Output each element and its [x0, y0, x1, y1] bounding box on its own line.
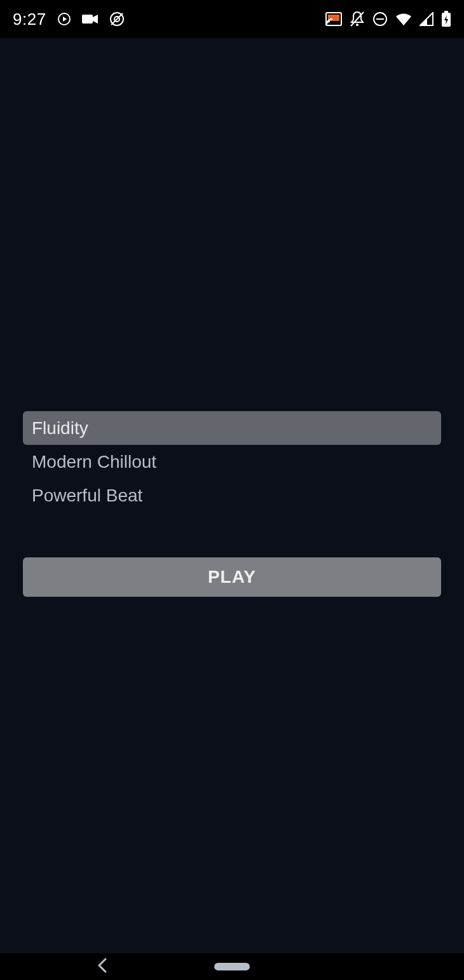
signal-icon: [420, 12, 433, 26]
cast-icon: [325, 12, 342, 26]
battery-charging-icon: [441, 11, 451, 27]
notifications-off-icon: [350, 11, 365, 27]
no-location-icon: [109, 11, 125, 27]
navigation-bar: [0, 953, 464, 980]
track-item[interactable]: Powerful Beat: [23, 479, 441, 512]
app-surface: Fluidity Modern Chillout Powerful Beat P…: [0, 38, 464, 953]
track-item[interactable]: Modern Chillout: [23, 445, 441, 479]
svg-line-4: [111, 13, 123, 25]
svg-rect-12: [444, 11, 448, 13]
track-label: Modern Chillout: [32, 452, 156, 472]
svg-rect-1: [82, 15, 93, 24]
svg-point-7: [356, 24, 358, 26]
play-circle-icon: [57, 11, 72, 27]
do-not-disturb-icon: [372, 11, 388, 27]
play-button[interactable]: PLAY: [23, 557, 441, 597]
track-label: Powerful Beat: [32, 486, 142, 506]
status-bar: 9:27: [0, 0, 464, 38]
track-label: Fluidity: [32, 418, 88, 439]
back-icon[interactable]: [97, 956, 108, 977]
track-item[interactable]: Fluidity: [23, 411, 441, 445]
status-right: [325, 11, 451, 27]
status-clock: 9:27: [13, 10, 46, 29]
track-list: Fluidity Modern Chillout Powerful Beat: [23, 411, 441, 512]
status-left: 9:27: [13, 10, 125, 29]
home-gesture-pill[interactable]: [214, 963, 250, 970]
videocam-icon: [82, 13, 99, 25]
play-button-label: PLAY: [208, 567, 256, 587]
wifi-icon: [395, 12, 412, 26]
